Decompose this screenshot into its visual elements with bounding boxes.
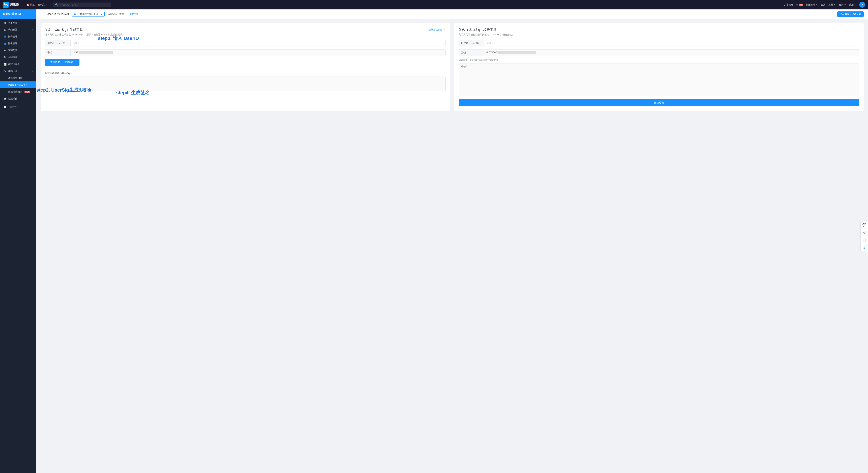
verify-userid-label: 用户名（UserID）: [459, 40, 484, 46]
floating-panel: 💬 ↺ 口 ≡: [861, 221, 868, 252]
userid-label: 用户名（UserID）: [45, 40, 70, 46]
support-btn[interactable]: 支持 ∨: [839, 3, 846, 6]
floating-btn-2[interactable]: ↺: [861, 229, 868, 236]
chevron-up-icon: ∧: [31, 70, 33, 72]
sidebar-label-offline-push: 离线推送自查: [8, 76, 22, 80]
sidebar-label-customer-service: 客服插件: [8, 97, 18, 100]
filing-btn[interactable]: 备案: [821, 3, 826, 6]
dropdown-icon: ∨: [101, 13, 102, 15]
im-tech-link[interactable]: IM 技术: [130, 12, 138, 16]
sub-header: ← UserSig生成&校验 1400792710 - Test ∨ 当前站点：…: [36, 9, 868, 19]
chevron-down-icon: ∨: [31, 29, 33, 31]
miniapp-btn[interactable]: ⊙ 小程序: [784, 3, 794, 6]
tools-btn[interactable]: 工具 ∨: [829, 3, 836, 6]
sidebar-section: ⚙ 基本配置 ⊞ 功能配置 ∨ 👤 帐号管理 👥 群组管理 ↩ 回调配置: [0, 19, 36, 103]
sidebar-item-troubleshoot[interactable]: • 自助排障日志 NEW: [0, 88, 36, 95]
generate-tool-card: 签名（UserSig）生成工具 登录鉴权介绍 ↗ 此工具可以快速生成签名（Use…: [41, 23, 450, 111]
monitor-icon: 📊: [4, 63, 6, 66]
callback-icon: ↩: [4, 49, 6, 52]
notification-badge: 31: [799, 4, 803, 6]
search-input[interactable]: [59, 3, 110, 6]
sidebar-item-account-mgmt[interactable]: 👤 帐号管理: [0, 33, 36, 40]
nav-home[interactable]: 🏠 总览: [26, 3, 35, 6]
generate-tool-header: 签名（UserSig）生成工具 登录鉴权介绍 ↗: [45, 28, 445, 32]
svg-point-0: [4, 3, 7, 5]
sidebar-item-feature-config[interactable]: ⊞ 功能配置 ∨: [0, 26, 36, 33]
verify-key-hint: 如有需要，请到应用基础信息中复制密钥: [459, 59, 859, 62]
sidebar-label-group-mgmt: 群组管理: [8, 42, 18, 45]
sidebar-item-offline-push[interactable]: • 离线推送自查: [0, 74, 36, 82]
main-content: ← UserSig生成&校验 1400792710 - Test ∨ 当前站点：…: [36, 9, 868, 473]
floating-btn-3[interactable]: 口: [861, 237, 868, 244]
app-selector[interactable]: 1400792710 - Test ∨: [72, 11, 105, 17]
verify-tool-header: 签名（UserSig）校验工具: [459, 28, 859, 32]
bullet-icon: •: [6, 77, 7, 80]
logo[interactable]: 腾讯云: [3, 2, 19, 8]
sidebar-footer-label: 体验调研 ?: [8, 105, 18, 108]
nav-divider2: [50, 3, 51, 6]
product-experience-btn[interactable]: 产品体验，你说了算: [837, 11, 864, 17]
sidebar-label-callback-config: 回调配置: [8, 49, 18, 52]
sidebar-footer[interactable]: 📋 体验调研 ?: [0, 103, 36, 111]
chevron-down-icon2: ∨: [31, 56, 33, 58]
sidebar-label-tools: 辅助工具: [8, 69, 18, 73]
floating-btn-1[interactable]: 💬: [861, 221, 868, 229]
login-intro-link[interactable]: 登录鉴权介绍 ↗: [428, 28, 445, 31]
sidebar-item-monitor[interactable]: 📊 监控仪表盘 ∨: [0, 61, 36, 68]
billing-btn[interactable]: 费用 ∨: [849, 3, 857, 6]
site-label: 当前站点：中国: [107, 12, 124, 16]
verify-key-row: 密钥 db571506 ████████████: [459, 49, 859, 56]
generate-tool-title: 签名（UserSig）生成工具: [45, 28, 83, 32]
sidebar-item-group-mgmt[interactable]: 👥 群组管理: [0, 40, 36, 47]
info-icon: ⓘ: [125, 12, 127, 16]
nav-products[interactable]: 云产品 ∨: [37, 3, 48, 6]
generate-btn[interactable]: 生成签名（UserSig）: [45, 59, 80, 66]
miniapp-icon: ⊙: [784, 3, 786, 6]
new-badge: NEW: [25, 91, 30, 93]
key-row: 密钥 db57 ████████████: [45, 49, 445, 56]
sidebar-label-content-audit: 内容审核: [8, 56, 18, 59]
bullet-icon2: •: [6, 84, 7, 86]
search-icon: 🔍: [55, 3, 58, 6]
survey-icon: 📋: [4, 105, 6, 108]
layout: 即时通信 IM ⚙ 基本配置 ⊞ 功能配置 ∨ 👤 帐号管理 👥 群组管理 ↩: [0, 9, 868, 473]
sidebar-item-basic-config[interactable]: ⚙ 基本配置: [0, 20, 36, 26]
verify-tool-card: 签名（UserSig）校验工具 此工具用于校验您使用的签名（UserSig）的有…: [454, 23, 864, 111]
sidebar-item-usersig[interactable]: • UserSig生成&校验: [0, 82, 36, 88]
page-title: UserSig生成&校验: [47, 12, 69, 16]
userid-input[interactable]: [70, 40, 445, 46]
sidebar-label-feature-config: 功能配置: [8, 28, 18, 31]
settings-icon: ⚙: [4, 22, 6, 24]
user-icon: 👤: [4, 35, 6, 38]
back-button[interactable]: ←: [41, 12, 44, 16]
verify-userid-input[interactable]: [484, 40, 859, 46]
result-textarea[interactable]: [45, 76, 445, 91]
verify-usersig-input[interactable]: [459, 63, 859, 96]
sidebar-header: 即时通信 IM: [0, 9, 36, 19]
logo-text: 腾讯云: [10, 3, 19, 7]
account-btn[interactable]: 集团账号 ∨: [806, 3, 818, 6]
floating-btn-4[interactable]: ≡: [861, 244, 868, 252]
selector-dot: [74, 13, 76, 15]
sidebar-item-customer-service[interactable]: 💬 客服插件: [0, 95, 36, 102]
sidebar-label-usersig: UserSig生成&校验: [8, 83, 28, 87]
result-label: 当前生成签名 （UserSig）: [45, 71, 445, 75]
avatar[interactable]: Y: [859, 2, 865, 8]
sidebar-item-content-audit[interactable]: 🔍 内容审核 ∨: [0, 54, 36, 61]
top-nav: 腾讯云 🏠 总览 云产品 ∨ 🔍 ⊙ 小程序 ✉ 31 集团账号 ∨ 备案 工具…: [0, 0, 868, 9]
start-verify-btn[interactable]: 开始校验: [459, 99, 859, 106]
group-icon: 👥: [4, 42, 6, 45]
sidebar-item-tools[interactable]: 🔧 辅助工具 ∧: [0, 68, 36, 74]
sidebar-label-basic-config: 基本配置: [8, 21, 18, 25]
nav-right: ⊙ 小程序 ✉ 31 集团账号 ∨ 备案 工具 ∨ 支持 ∨ 费用 ∨ Y: [784, 2, 865, 8]
verify-key-label: 密钥: [459, 49, 484, 56]
message-btn[interactable]: ✉ 31: [796, 3, 803, 6]
tools-icon: 🔧: [4, 70, 6, 72]
sidebar: 即时通信 IM ⚙ 基本配置 ⊞ 功能配置 ∨ 👤 帐号管理 👥 群组管理 ↩: [0, 9, 36, 473]
key-label: 密钥: [45, 49, 70, 56]
chevron-down-icon3: ∨: [31, 63, 33, 65]
chat-icon: 💬: [4, 97, 6, 100]
sidebar-label-account-mgmt: 帐号管理: [8, 35, 18, 38]
sidebar-item-callback-config[interactable]: ↩ 回调配置: [0, 47, 36, 54]
sidebar-header-dot: [3, 13, 5, 15]
